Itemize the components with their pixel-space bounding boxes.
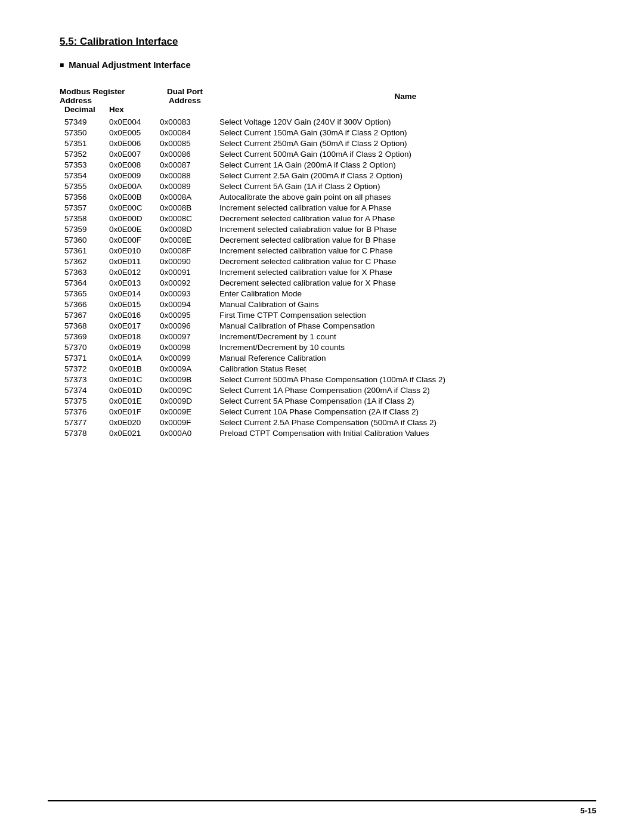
cell-decimal: 57366 [60,299,104,309]
cell-dual: 0x00098 [155,342,215,352]
cell-name: Select Current 1A Gain (200mA if Class 2… [215,159,596,170]
cell-decimal: 57372 [60,363,104,374]
cell-decimal: 57350 [60,127,104,138]
table-row: 573510x0E0060x00085Select Current 250mA … [60,138,596,148]
table-row: 573780x0E0210x000A0Preload CTPT Compensa… [60,428,596,438]
cell-dual: 0x0008D [155,224,215,234]
cell-name: Manual Calibration of Gains [215,299,596,309]
cell-hex: 0x0E017 [104,320,155,331]
page-footer: 5-15 [0,800,644,815]
cell-dual: 0x00088 [155,170,215,181]
cell-hex: 0x0E019 [104,342,155,352]
cell-decimal: 57369 [60,331,104,342]
table-row: 573730x0E01C0x0009BSelect Current 500mA … [60,374,596,385]
table-row: 573720x0E01B0x0009ACalibration Status Re… [60,363,596,374]
cell-name: Increment selected calibration value for… [215,202,596,213]
cell-dual: 0x00083 [155,116,215,127]
cell-hex: 0x0E01A [104,352,155,363]
cell-dual: 0x00087 [155,159,215,170]
cell-dual: 0x0009A [155,363,215,374]
cell-name: Decrement selected calibration value for… [215,213,596,224]
cell-decimal: 57375 [60,395,104,406]
cell-hex: 0x0E021 [104,428,155,438]
cell-decimal: 57378 [60,428,104,438]
footer-line [48,800,596,801]
cell-hex: 0x0E01C [104,374,155,385]
cell-dual: 0x0009D [155,395,215,406]
cell-decimal: 57357 [60,202,104,213]
cell-dual: 0x00096 [155,320,215,331]
cell-dual: 0x0008C [155,213,215,224]
cell-dual: 0x00091 [155,267,215,277]
cell-dual: 0x0008B [155,202,215,213]
cell-decimal: 57353 [60,159,104,170]
cell-hex: 0x0E010 [104,245,155,256]
cell-name: Select Current 250mA Gain (50mA if Class… [215,138,596,148]
hex-header: Hex [104,105,155,116]
cell-decimal: 57370 [60,342,104,352]
cell-hex: 0x0E01F [104,406,155,417]
cell-dual: 0x00086 [155,148,215,159]
cell-hex: 0x0E011 [104,256,155,267]
cell-dual: 0x000A0 [155,428,215,438]
table-row: 573490x0E0040x00083Select Voltage 120V G… [60,116,596,127]
cell-decimal: 57352 [60,148,104,159]
cell-name: Increment selected calibration value for… [215,267,596,277]
table-body: 573490x0E0040x00083Select Voltage 120V G… [60,116,596,438]
cell-decimal: 57351 [60,138,104,148]
cell-name: Decrement selected calibration value for… [215,256,596,267]
header-row-2: Decimal Hex [60,105,596,116]
cell-name: Select Current 1A Phase Compensation (20… [215,385,596,395]
cell-name: Select Current 150mA Gain (30mA if Class… [215,127,596,138]
table-row: 573620x0E0110x00090Decrement selected ca… [60,256,596,267]
name-header: Name [215,85,596,105]
cell-decimal: 57371 [60,352,104,363]
cell-hex: 0x0E013 [104,277,155,288]
cell-name: Select Current 5A Phase Compensation (1A… [215,395,596,406]
cell-name: Select Current 10A Phase Compensation (2… [215,406,596,417]
cell-decimal: 57374 [60,385,104,395]
cell-hex: 0x0E018 [104,331,155,342]
name-sub-header [215,105,596,116]
cell-hex: 0x0E00D [104,213,155,224]
table-row: 573750x0E01E0x0009DSelect Current 5A Pha… [60,395,596,406]
cell-name: Preload CTPT Compensation with Initial C… [215,428,596,438]
cell-dual: 0x00085 [155,138,215,148]
cell-name: Increment selected caliabration value fo… [215,224,596,234]
cell-decimal: 57360 [60,234,104,245]
cell-hex: 0x0E00A [104,181,155,191]
cell-name: Select Current 2.5A Phase Compensation (… [215,417,596,428]
cell-hex: 0x0E004 [104,116,155,127]
decimal-header: Decimal [60,105,104,116]
cell-name: Decrement selected calibration value for… [215,277,596,288]
cell-dual: 0x0008F [155,245,215,256]
cell-name: Autocalibrate the above gain point on al… [215,191,596,202]
cell-decimal: 57355 [60,181,104,191]
cell-name: Select Current 5A Gain (1A if Class 2 Op… [215,181,596,191]
cell-hex: 0x0E01B [104,363,155,374]
main-table: Modbus Register Address Dual Port Addres… [60,85,596,438]
cell-dual: 0x0009F [155,417,215,428]
cell-decimal: 57373 [60,374,104,385]
cell-hex: 0x0E005 [104,127,155,138]
table-row: 573590x0E00E0x0008DIncrement selected ca… [60,224,596,234]
cell-dual: 0x0009B [155,374,215,385]
cell-decimal: 57367 [60,309,104,320]
cell-hex: 0x0E00C [104,202,155,213]
table-row: 573690x0E0180x00097Increment/Decrement b… [60,331,596,342]
header-row-1: Modbus Register Address Dual Port Addres… [60,85,596,105]
table-row: 573560x0E00B0x0008AAutocalibrate the abo… [60,191,596,202]
dual-port-header: Dual Port Address [155,85,215,105]
cell-name: Select Voltage 120V Gain (240V if 300V O… [215,116,596,127]
cell-hex: 0x0E01E [104,395,155,406]
cell-decimal: 57362 [60,256,104,267]
cell-hex: 0x0E00E [104,224,155,234]
table-row: 573650x0E0140x00093Enter Calibration Mod… [60,288,596,299]
cell-dual: 0x00084 [155,127,215,138]
cell-name: Calibration Status Reset [215,363,596,374]
cell-decimal: 57365 [60,288,104,299]
table-row: 573760x0E01F0x0009ESelect Current 10A Ph… [60,406,596,417]
table-row: 573550x0E00A0x00089Select Current 5A Gai… [60,181,596,191]
cell-decimal: 57356 [60,191,104,202]
cell-dual: 0x00097 [155,331,215,342]
